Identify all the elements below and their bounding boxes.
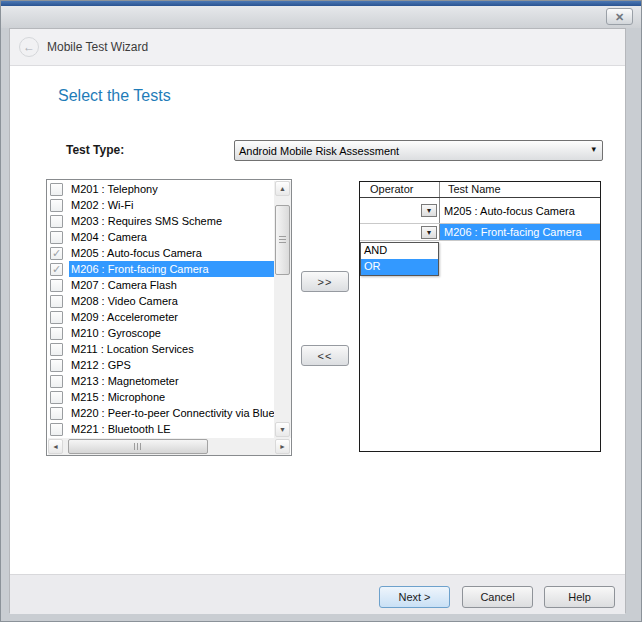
table-row[interactable]: ▾M206 : Front-facing Camera [360, 224, 600, 241]
list-item-label: M205 : Auto-focus Camera [69, 245, 274, 261]
checkbox-icon[interactable] [50, 183, 63, 196]
checkbox-icon[interactable] [50, 199, 63, 212]
checkbox-icon[interactable] [50, 407, 63, 420]
checkbox-icon[interactable] [50, 215, 63, 228]
list-item[interactable]: M207 : Camera Flash [47, 277, 274, 293]
scroll-down-icon[interactable]: ▼ [275, 422, 290, 437]
list-item-label: M209 : Accelerometer [69, 309, 274, 325]
cancel-button[interactable]: Cancel [462, 586, 533, 608]
available-tests-listbox: M201 : TelephonyM202 : Wi-FiM203 : Requi… [46, 179, 292, 456]
list-item[interactable]: M220 : Peer-to-peer Connectivity via Blu… [47, 405, 274, 421]
list-item-label: M220 : Peer-to-peer Connectivity via Blu… [69, 405, 274, 421]
back-arrow-icon[interactable]: ← [19, 37, 39, 57]
chevron-down-icon: ▾ [591, 144, 596, 154]
page-heading: Select the Tests [58, 87, 171, 105]
selected-tests-panel: Operator Test Name ▾M205 : Auto-focus Ca… [359, 181, 601, 452]
list-item-label: M202 : Wi-Fi [69, 197, 274, 213]
list-item-label: M212 : GPS [69, 357, 274, 373]
list-item[interactable]: M213 : Magnetometer [47, 373, 274, 389]
checkbox-icon[interactable] [50, 391, 63, 404]
list-item-label: M211 : Location Services [69, 341, 274, 357]
list-item-label: M221 : Bluetooth LE [69, 421, 274, 437]
list-item-label: M206 : Front-facing Camera [69, 261, 274, 277]
test-name-column-header: Test Name [440, 182, 600, 197]
footer-bar: Next > Cancel Help [10, 574, 625, 614]
operator-column-header: Operator [360, 182, 440, 197]
test-name-cell: M205 : Auto-focus Camera [440, 198, 600, 223]
checkbox-icon[interactable] [50, 359, 63, 372]
operator-option[interactable]: AND [361, 243, 438, 259]
operator-cell[interactable]: ▾ [360, 198, 440, 223]
horizontal-scroll-thumb[interactable] [68, 439, 208, 454]
table-row[interactable]: ▾M205 : Auto-focus Camera [360, 198, 600, 224]
list-item[interactable]: ✓M205 : Auto-focus Camera [47, 245, 274, 261]
remove-tests-button[interactable]: << [301, 345, 349, 366]
list-item-label: M207 : Camera Flash [69, 277, 274, 293]
window-titlebar[interactable]: ✕ [1, 6, 641, 28]
operator-dropdown-list: ANDOR [360, 242, 439, 276]
operator-option[interactable]: OR [361, 259, 438, 275]
test-type-select[interactable]: Android Mobile Risk Assessment ▾ [234, 140, 603, 161]
close-icon[interactable]: ✕ [606, 8, 633, 25]
selected-tests-header: Operator Test Name [360, 182, 600, 198]
list-item[interactable]: M208 : Video Camera [47, 293, 274, 309]
wizard-dialog: ← Mobile Test Wizard Select the Tests Te… [9, 28, 626, 613]
mobile-test-wizard-window: ✕ ← Mobile Test Wizard Select the Tests … [0, 0, 642, 622]
list-item-label: M201 : Telephony [69, 181, 274, 197]
list-item[interactable]: M203 : Requires SMS Scheme [47, 213, 274, 229]
list-item-label: M213 : Magnetometer [69, 373, 274, 389]
checkbox-icon[interactable] [50, 311, 63, 324]
list-item-label: M210 : Gyroscope [69, 325, 274, 341]
list-item[interactable]: M212 : GPS [47, 357, 274, 373]
scroll-right-icon[interactable]: ► [275, 439, 290, 454]
list-item-label: M204 : Camera [69, 229, 274, 245]
checkbox-icon[interactable] [50, 279, 63, 292]
wizard-header: ← Mobile Test Wizard [10, 29, 625, 66]
wizard-title: Mobile Test Wizard [47, 29, 148, 66]
available-tests-list: M201 : TelephonyM202 : Wi-FiM203 : Requi… [47, 181, 274, 438]
selected-tests-rows: ▾M205 : Auto-focus Camera▾M206 : Front-f… [360, 198, 600, 241]
list-item[interactable]: M204 : Camera [47, 229, 274, 245]
checkbox-icon[interactable] [50, 343, 63, 356]
help-button[interactable]: Help [544, 586, 615, 608]
list-item[interactable]: M209 : Accelerometer [47, 309, 274, 325]
checkbox-icon[interactable]: ✓ [50, 247, 63, 260]
list-item-label: M215 : Microphone [69, 389, 274, 405]
vertical-scrollbar[interactable]: ▲ ▼ [274, 181, 291, 438]
checkbox-icon[interactable] [50, 423, 63, 436]
checkbox-icon[interactable] [50, 231, 63, 244]
list-item[interactable]: ✓M206 : Front-facing Camera [47, 261, 274, 277]
test-type-value: Android Mobile Risk Assessment [239, 145, 399, 157]
horizontal-scrollbar[interactable]: ◄ ► [48, 438, 290, 455]
list-item[interactable]: M201 : Telephony [47, 181, 274, 197]
checkbox-icon[interactable] [50, 295, 63, 308]
list-item[interactable]: M211 : Location Services [47, 341, 274, 357]
test-name-cell: M206 : Front-facing Camera [440, 224, 600, 240]
operator-cell[interactable]: ▾ [360, 224, 440, 240]
next-button[interactable]: Next > [379, 586, 450, 608]
add-tests-button[interactable]: >> [301, 271, 349, 292]
test-type-label: Test Type: [66, 143, 124, 157]
list-item[interactable]: M210 : Gyroscope [47, 325, 274, 341]
list-item-label: M203 : Requires SMS Scheme [69, 213, 274, 229]
scroll-up-icon[interactable]: ▲ [275, 181, 290, 196]
checkbox-icon[interactable]: ✓ [50, 263, 63, 276]
list-item[interactable]: M202 : Wi-Fi [47, 197, 274, 213]
vertical-scroll-thumb[interactable] [275, 205, 290, 275]
scroll-left-icon[interactable]: ◄ [48, 439, 63, 454]
list-item-label: M208 : Video Camera [69, 293, 274, 309]
list-item[interactable]: M215 : Microphone [47, 389, 274, 405]
operator-dropdown-button[interactable]: ▾ [421, 226, 437, 239]
checkbox-icon[interactable] [50, 327, 63, 340]
list-item[interactable]: M221 : Bluetooth LE [47, 421, 274, 437]
checkbox-icon[interactable] [50, 375, 63, 388]
operator-dropdown-button[interactable]: ▾ [421, 204, 437, 217]
